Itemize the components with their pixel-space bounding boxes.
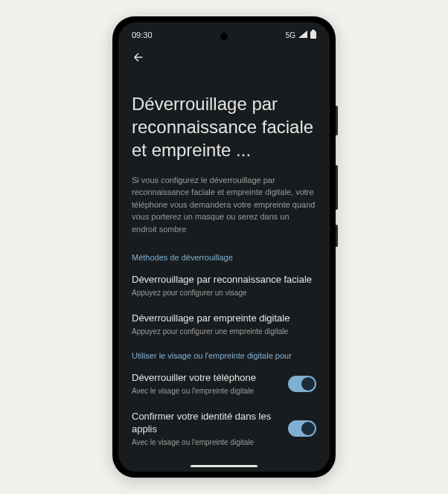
battery-icon [310,30,316,40]
setting-item-text: Confirmer votre identité dans les applis… [132,411,288,447]
side-button [336,106,338,135]
page-description: Si vous configurez le déverrouillage par… [132,174,316,236]
setting-unlock-phone[interactable]: Déverrouiller votre téléphone Avec le vi… [132,372,316,396]
toggle-knob [301,422,315,435]
setting-face-unlock[interactable]: Déverrouillage par reconnaissance facial… [132,274,316,298]
status-indicators: 5G [286,30,316,40]
setting-title: Confirmer votre identité dans les applis [132,411,279,436]
setting-subtitle: Appuyez pour configurer une empreinte di… [132,327,316,336]
setting-subtitle: Appuyez pour configurer un visage [132,288,316,298]
status-time: 09:30 [132,31,153,39]
side-button [336,225,338,247]
navigation-bar[interactable] [191,465,257,467]
toggle-unlock-phone[interactable] [288,376,316,392]
setting-subtitle: Avec le visage ou l'empreinte digitale [132,386,279,396]
setting-fingerprint-unlock[interactable]: Déverrouillage par empreinte digitale Ap… [132,312,316,336]
setting-title: Déverrouillage par reconnaissance facial… [132,274,316,286]
signal-icon [298,31,307,39]
svg-rect-1 [310,31,316,39]
setting-subtitle: Avec le visage ou l'empreinte digitale [132,437,279,447]
phone-screen: 09:30 5G Déverrouillage par reconnaissan… [118,22,330,472]
page-title: Déverrouillage par reconnaissance facial… [132,92,316,162]
svg-rect-0 [312,30,315,31]
toggle-confirm-identity[interactable] [288,420,316,437]
setting-item-text: Déverrouiller votre téléphone Avec le vi… [132,372,288,396]
content-area: Déverrouillage par reconnaissance facial… [118,74,330,472]
toggle-knob [301,377,315,391]
section-header-usage: Utiliser le visage ou l'empreinte digita… [132,351,316,360]
side-button [336,165,338,210]
camera-hole [220,33,228,40]
setting-title: Déverrouiller votre téléphone [132,372,279,385]
section-header-methods: Méthodes de déverrouillage [132,253,316,262]
phone-frame: 09:30 5G Déverrouillage par reconnaissan… [112,16,336,478]
back-button[interactable] [118,43,330,74]
setting-confirm-identity[interactable]: Confirmer votre identité dans les applis… [132,411,316,447]
network-label: 5G [286,31,295,39]
setting-title: Déverrouillage par empreinte digitale [132,312,316,325]
